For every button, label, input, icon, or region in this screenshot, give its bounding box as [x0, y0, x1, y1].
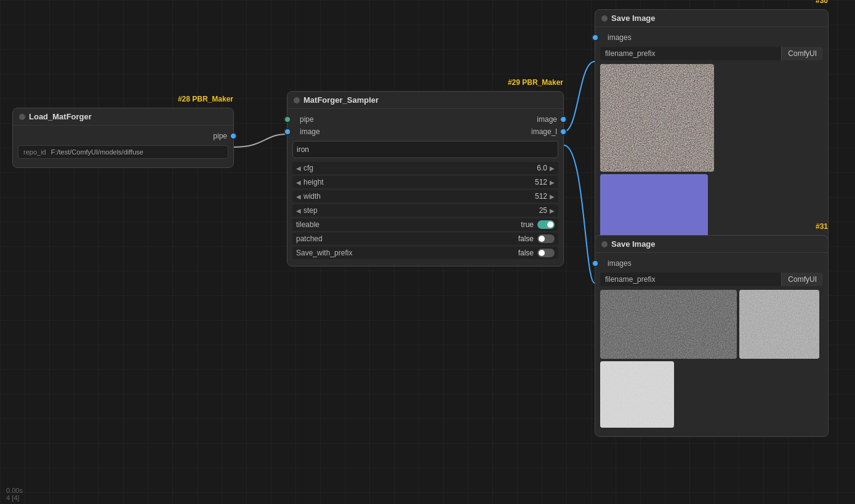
toggle-patched-switch[interactable] — [537, 234, 555, 243]
param-height[interactable]: ◀ height 512 ▶ — [292, 176, 558, 188]
port-label-image-in: image — [294, 127, 320, 136]
svg-rect-2 — [600, 64, 714, 172]
node-load-matforger[interactable]: Load_MatForger #28 PBR_Maker pipe repo_i… — [12, 108, 234, 168]
status-time: 0.00s — [6, 487, 23, 494]
repo-id-row[interactable]: repo_id F:/test/ComfyUI/models/diffuse — [18, 145, 228, 159]
node-save-image-31[interactable]: Save Image #31 images filename_prefix Co… — [595, 235, 829, 437]
port-in-image[interactable]: image image_l — [287, 126, 563, 137]
node-status-dot — [19, 114, 25, 120]
node-header-save30: Save Image #30 — [595, 10, 828, 27]
port-label-pipe-out: pipe — [213, 132, 227, 140]
svg-rect-8 — [600, 361, 674, 428]
node-header-save31: Save Image #31 — [595, 236, 828, 253]
param-cfg-value: 6.0 — [537, 164, 547, 172]
node-header-load-matforger: Load_MatForger #28 PBR_Maker — [13, 108, 233, 126]
node-title-load-matforger: Load_MatForger — [29, 112, 92, 121]
port-label-images-31: images — [601, 259, 632, 268]
thumb-noise1-31 — [600, 290, 737, 359]
port-in-images-31[interactable]: images — [595, 258, 828, 269]
node-id-save31: #31 — [816, 222, 828, 231]
toggle-save-prefix-label: Save_with_prefix — [296, 249, 518, 257]
status-info: 4 [4] — [6, 494, 23, 502]
svg-rect-6 — [739, 290, 819, 359]
param-step[interactable]: ◀ step 25 ▶ — [292, 204, 558, 217]
param-cfg-left-arrow[interactable]: ◀ — [296, 165, 301, 172]
toggle-tileable-switch[interactable] — [537, 220, 555, 229]
prefix-row-31[interactable]: filename_prefix ComfyUI — [600, 273, 823, 286]
param-cfg-right-arrow[interactable]: ▶ — [550, 165, 555, 172]
sampler-text-input[interactable]: iron — [292, 141, 558, 158]
repo-value: F:/test/ComfyUI/models/diffuse — [51, 148, 143, 156]
param-width-value: 512 — [535, 192, 547, 201]
param-step-label: step — [301, 206, 539, 215]
param-step-value: 25 — [539, 206, 547, 215]
prefix-value-31: ComfyUI — [781, 273, 823, 286]
port-label-image-l-out: image_l — [531, 127, 557, 136]
toggle-tileable-value: true — [521, 220, 534, 229]
prefix-label-31: filename_prefix — [600, 273, 781, 286]
port-out-pipe[interactable]: pipe — [13, 130, 233, 142]
sampler-text-value: iron — [297, 145, 309, 154]
thumb-noise3-31 — [600, 361, 674, 428]
node-id-save30: #30 — [816, 0, 828, 5]
param-cfg-label: cfg — [301, 164, 537, 172]
port-label-images-30: images — [601, 33, 632, 42]
node-id-load-matforger: #28 PBR_Maker — [178, 95, 233, 103]
toggle-save-prefix[interactable]: Save_with_prefix false — [292, 247, 558, 259]
port-label-image-out: image — [537, 115, 557, 124]
node-body-load-matforger: pipe repo_id F:/test/ComfyUI/models/diff… — [13, 126, 233, 167]
param-height-label: height — [301, 178, 535, 186]
port-connector-image-l-out[interactable] — [560, 128, 567, 135]
node-status-dot-save31 — [601, 241, 608, 247]
status-bar: 0.00s 4 [4] — [0, 484, 29, 504]
port-connector-pipe-in[interactable] — [284, 116, 291, 123]
thumb-noise2-31 — [739, 290, 819, 359]
image-preview-31 — [600, 290, 823, 428]
node-body-sampler: pipe image image image_l iron ◀ cfg 6.0 … — [287, 109, 563, 266]
param-width-right-arrow[interactable]: ▶ — [550, 193, 555, 200]
thumb-texture-30 — [600, 64, 714, 172]
param-width[interactable]: ◀ width 512 ▶ — [292, 190, 558, 202]
port-label-pipe-in: pipe — [294, 115, 314, 124]
svg-rect-4 — [600, 290, 737, 359]
node-body-save31: images filename_prefix ComfyUI — [595, 253, 828, 436]
port-in-pipe[interactable]: pipe image — [287, 114, 563, 125]
port-connector-image-in[interactable] — [284, 128, 291, 135]
port-in-images-30[interactable]: images — [595, 32, 828, 43]
toggle-save-prefix-value: false — [518, 249, 534, 257]
toggle-patched-label: patched — [296, 234, 518, 243]
param-height-right-arrow[interactable]: ▶ — [550, 179, 555, 186]
port-connector-images-31[interactable] — [592, 260, 599, 267]
param-cfg[interactable]: ◀ cfg 6.0 ▶ — [292, 162, 558, 174]
repo-label: repo_id — [23, 148, 46, 156]
node-status-dot-save30 — [601, 15, 608, 22]
param-step-right-arrow[interactable]: ▶ — [550, 207, 555, 214]
node-header-matforger-sampler: MatForger_Sampler #29 PBR_Maker — [287, 92, 563, 109]
param-width-label: width — [301, 192, 535, 201]
port-connector-image-out[interactable] — [560, 116, 567, 123]
param-height-left-arrow[interactable]: ◀ — [296, 179, 301, 186]
node-status-dot-sampler — [294, 97, 300, 103]
port-connector-pipe-out[interactable] — [230, 132, 237, 140]
toggle-patched-value: false — [518, 234, 534, 243]
node-matforger-sampler[interactable]: MatForger_Sampler #29 PBR_Maker pipe ima… — [287, 91, 564, 266]
toggle-tileable[interactable]: tileable true — [292, 218, 558, 231]
node-title-save31: Save Image — [611, 239, 656, 249]
port-connector-images-30[interactable] — [592, 34, 599, 41]
node-id-sampler: #29 PBR_Maker — [508, 78, 563, 87]
param-step-left-arrow[interactable]: ◀ — [296, 207, 301, 214]
prefix-row-30[interactable]: filename_prefix ComfyUI — [600, 47, 823, 60]
node-title-sampler: MatForger_Sampler — [303, 95, 379, 105]
toggle-patched[interactable]: patched false — [292, 233, 558, 245]
node-title-save30: Save Image — [611, 14, 656, 23]
prefix-label-30: filename_prefix — [600, 47, 781, 60]
toggle-save-prefix-switch[interactable] — [537, 249, 555, 257]
toggle-tileable-label: tileable — [296, 220, 521, 229]
param-width-left-arrow[interactable]: ◀ — [296, 193, 301, 200]
param-height-value: 512 — [535, 178, 547, 186]
prefix-value-30: ComfyUI — [781, 47, 823, 60]
